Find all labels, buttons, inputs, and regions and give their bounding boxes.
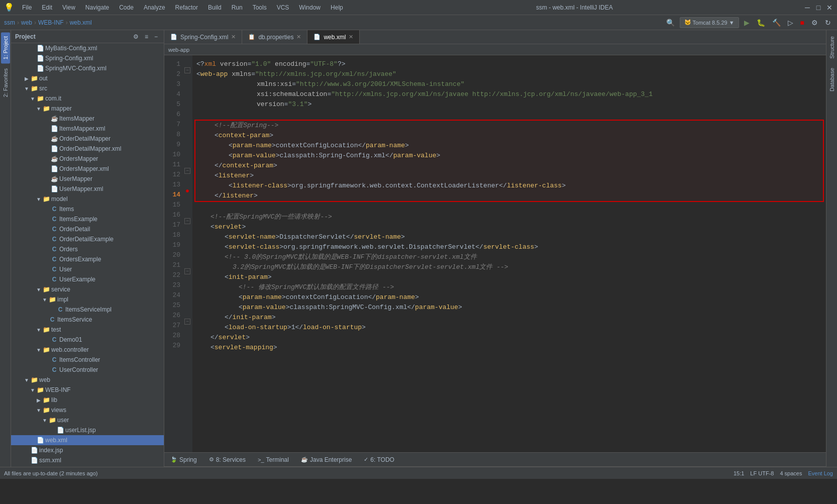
tab-todo[interactable]: ✓ 6: TODO xyxy=(358,453,400,467)
list-item[interactable]: ▼📁src xyxy=(11,83,164,93)
list-item[interactable]: ▼📁model xyxy=(11,194,164,204)
list-item[interactable]: ▼📁web xyxy=(11,375,164,385)
list-item[interactable]: CUserExample xyxy=(11,274,164,284)
tab-java-enterprise[interactable]: ☕ Java Enterprise xyxy=(295,453,358,467)
list-item[interactable]: COrdersExample xyxy=(11,254,164,264)
menu-vcs[interactable]: VCS xyxy=(275,4,291,11)
list-item[interactable]: 📄UserMapper.xml xyxy=(11,184,164,194)
settings-icon[interactable]: ⚙ xyxy=(809,18,820,28)
favorites-tab[interactable]: 2: Favorites xyxy=(1,64,10,101)
breadcrumb-web[interactable]: web xyxy=(21,19,32,26)
list-item[interactable]: ▼📁impl xyxy=(11,294,164,305)
list-item[interactable]: 📄MyBatis-Config.xml xyxy=(11,43,164,53)
list-item[interactable]: ▼📁views xyxy=(11,405,164,415)
list-item[interactable]: 📄Spring-Config.xml xyxy=(11,53,164,63)
menu-navigate[interactable]: Navigate xyxy=(83,4,111,11)
list-item[interactable]: 📄ssm.xml xyxy=(11,455,164,465)
sidebar-item-webxml[interactable]: 📄web.xml xyxy=(11,435,164,445)
minimize-button[interactable]: ─ xyxy=(804,4,811,11)
menu-help[interactable]: Help xyxy=(329,4,345,11)
maximize-button[interactable]: □ xyxy=(815,4,822,11)
tab-web-xml[interactable]: 📄 web.xml ✕ xyxy=(307,30,360,44)
tab-close-icon[interactable]: ✕ xyxy=(296,34,301,40)
fold-icon[interactable]: − xyxy=(184,319,190,325)
list-item[interactable]: ▶📁External Libraries xyxy=(11,465,164,467)
list-item[interactable]: ▶📁lib xyxy=(11,395,164,405)
list-item[interactable]: ☕OrderDetailMapper xyxy=(11,134,164,144)
tab-close-icon[interactable]: ✕ xyxy=(231,34,236,40)
stop-icon[interactable]: ■ xyxy=(798,18,806,28)
breadcrumb-webinf[interactable]: WEB-INF xyxy=(38,19,64,26)
menu-analyze[interactable]: Analyze xyxy=(142,4,167,11)
close-button[interactable]: ✕ xyxy=(826,4,833,11)
list-item[interactable]: ▼📁user xyxy=(11,415,164,425)
tomcat-selector[interactable]: 🐱 Tomcat 8.5.29 ▼ xyxy=(680,17,739,28)
event-log-button[interactable]: Event Log xyxy=(808,470,833,476)
fold-icon[interactable]: − xyxy=(184,67,190,73)
menu-window[interactable]: Window xyxy=(297,4,323,11)
list-item[interactable]: CItemsServiceImpl xyxy=(11,305,164,315)
run-icon[interactable]: ▶ xyxy=(742,18,752,28)
search-icon[interactable]: 🔍 xyxy=(664,18,677,28)
indent-info[interactable]: 4 spaces xyxy=(780,470,802,476)
fold-icon[interactable]: − xyxy=(184,268,190,274)
list-item[interactable]: ▼📁test xyxy=(11,325,164,335)
list-item[interactable]: ▼📁mapper xyxy=(11,104,164,114)
list-item[interactable]: CItemsExample xyxy=(11,214,164,224)
list-item[interactable]: ☕ItemsMapper xyxy=(11,114,164,124)
list-item[interactable]: ▶📁out xyxy=(11,73,164,83)
tab-spring-config[interactable]: 📄 Spring-Config.xml ✕ xyxy=(164,30,242,44)
list-item[interactable]: CItemsController xyxy=(11,355,164,365)
tab-services[interactable]: ⚙ 8: Services xyxy=(203,453,252,467)
tab-close-icon[interactable]: ✕ xyxy=(349,34,353,40)
sidebar-item-items[interactable]: CItems xyxy=(11,204,164,214)
build-icon[interactable]: 🔨 xyxy=(770,18,783,28)
sidebar-collapse-icon[interactable]: − xyxy=(152,32,160,41)
debug-icon[interactable]: 🐛 xyxy=(755,18,767,28)
fold-icon[interactable]: − xyxy=(184,218,190,224)
menu-code[interactable]: Code xyxy=(117,4,136,11)
structure-tab[interactable]: Structure xyxy=(827,32,836,63)
reload-icon[interactable]: ↻ xyxy=(823,18,833,28)
line-encoding[interactable]: LF UTF-8 xyxy=(750,470,774,476)
sidebar-settings-icon[interactable]: ⚙ xyxy=(131,32,141,41)
cursor-position[interactable]: 15:1 xyxy=(734,470,744,476)
menu-run[interactable]: Run xyxy=(230,4,245,11)
list-item[interactable]: 📄index.jsp xyxy=(11,445,164,455)
run2-icon[interactable]: ▷ xyxy=(786,18,795,28)
sidebar-item-web-controller[interactable]: ▼📁web.controller xyxy=(11,345,164,355)
code-editor[interactable]: <?xml version="1.0" encoding="UTF-8"?> <… xyxy=(192,55,826,452)
list-item[interactable]: ☕OrdersMapper xyxy=(11,154,164,164)
list-item[interactable]: COrderDetailExample xyxy=(11,234,164,244)
list-item[interactable]: CUserController xyxy=(11,365,164,375)
list-item[interactable]: 📄ItemsMapper.xml xyxy=(11,124,164,134)
sidebar-item-service[interactable]: ▼📁service xyxy=(11,284,164,294)
list-item[interactable]: COrders xyxy=(11,244,164,254)
menu-tools[interactable]: Tools xyxy=(251,4,269,11)
list-item[interactable]: ☕UserMapper xyxy=(11,174,164,184)
database-tab[interactable]: Database xyxy=(827,64,836,95)
list-item[interactable]: CDemo01 xyxy=(11,335,164,345)
menu-edit[interactable]: Edit xyxy=(40,4,54,11)
list-item[interactable]: CItemsService xyxy=(11,315,164,325)
tab-db-properties[interactable]: 📋 db.properties ✕ xyxy=(242,30,307,44)
breadcrumb-ssm[interactable]: ssm xyxy=(4,19,15,26)
tab-terminal[interactable]: >_ Terminal xyxy=(252,453,295,467)
list-item[interactable]: CUser xyxy=(11,264,164,274)
tab-spring[interactable]: 🍃 Spring xyxy=(164,453,203,467)
list-item[interactable]: 📄userList.jsp xyxy=(11,425,164,435)
menu-build[interactable]: Build xyxy=(206,4,224,11)
list-item[interactable]: ▼📁WEB-INF xyxy=(11,385,164,395)
list-item[interactable]: 📄OrdersMapper.xml xyxy=(11,164,164,174)
menu-view[interactable]: View xyxy=(60,4,77,11)
menu-refactor[interactable]: Refactor xyxy=(173,4,200,11)
fold-icon[interactable]: − xyxy=(184,168,190,174)
sidebar-sort-icon[interactable]: ≡ xyxy=(143,32,150,41)
breadcrumb-webxml[interactable]: web.xml xyxy=(70,19,92,26)
menu-file[interactable]: File xyxy=(20,4,34,11)
list-item[interactable]: COrderDetail xyxy=(11,224,164,234)
list-item[interactable]: ▼📁com.it xyxy=(11,93,164,104)
project-tab[interactable]: 1: Project xyxy=(1,32,10,63)
list-item[interactable]: 📄OrderDetailMapper.xml xyxy=(11,144,164,154)
list-item[interactable]: 📄SpringMVC-Config.xml xyxy=(11,63,164,73)
